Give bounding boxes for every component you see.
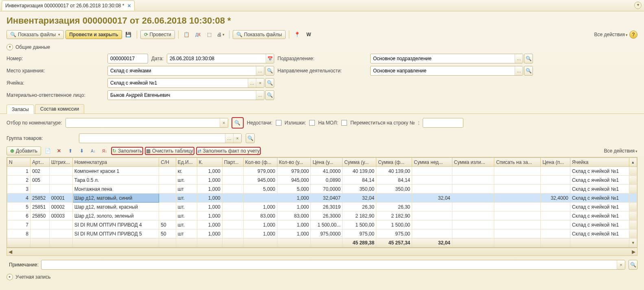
cell-sf[interactable]: 26,30	[376, 203, 412, 212]
col-header[interactable]: Арт...	[31, 158, 50, 167]
cell-qf[interactable]: 979,000	[243, 167, 277, 176]
cell-cell[interactable]: Склад с ячейкой №1	[570, 185, 629, 194]
col-header[interactable]: Ед.И...	[176, 158, 197, 167]
col-header[interactable]: Сумма изли...	[452, 158, 494, 167]
col-header[interactable]: Сумма (у...	[343, 158, 376, 167]
debit-credit-icon[interactable]: ДК	[193, 30, 203, 39]
cell-nom[interactable]: Монтажная пена	[72, 185, 159, 194]
cell-pu[interactable]: 26,3000	[311, 212, 343, 220]
cell-pp[interactable]	[541, 229, 570, 238]
cell-n[interactable]: 7	[7, 220, 31, 229]
cell-unit[interactable]: шт.	[176, 203, 197, 212]
cell-n[interactable]: 4	[7, 194, 31, 203]
cell-sn[interactable]	[159, 185, 176, 194]
cell-art[interactable]: 002	[31, 167, 50, 176]
search-icon[interactable]: 🔍	[233, 118, 242, 127]
cell-snd[interactable]	[412, 229, 452, 238]
date-input[interactable]	[167, 54, 266, 63]
cell-sn[interactable]	[159, 194, 176, 203]
cell-pp[interactable]	[541, 212, 570, 220]
cell-nom[interactable]: SI DI RUM ОПТИЧ ПРИВОД 5	[72, 229, 159, 238]
cell-cell[interactable]: Склад с ячейкой №1	[570, 220, 629, 229]
cell-cell[interactable]: Склад с ячейкой №1	[570, 194, 629, 203]
cell-bar[interactable]: 00002	[49, 203, 72, 212]
cell-cell[interactable]: Склад с ячейкой №1	[570, 176, 629, 185]
cell-bar[interactable]: 00003	[49, 212, 72, 220]
cell-su[interactable]: 26,30	[343, 203, 376, 212]
table-row[interactable]: 1002Компонент краски 1кг.1,000979,000979…	[7, 167, 637, 176]
col-header[interactable]: С/Н	[159, 158, 176, 167]
cell-k[interactable]: 1,000	[197, 176, 222, 185]
select-icon[interactable]: …	[515, 54, 523, 63]
account-section-header[interactable]: ▸ Учетная запись	[0, 272, 644, 282]
note-input[interactable]	[41, 260, 617, 269]
col-header[interactable]: Сумма нед...	[412, 158, 452, 167]
cell-unit[interactable]: шт	[176, 185, 197, 194]
cell-qu[interactable]: 979,000	[277, 167, 311, 176]
cell-qu[interactable]: 1,000	[277, 194, 311, 203]
cell-su[interactable]: 32,04	[343, 194, 376, 203]
col-header[interactable]: N	[7, 158, 31, 167]
lookup-icon[interactable]: 🔍	[629, 260, 637, 270]
cell-unit[interactable]: кг.	[176, 167, 197, 176]
all-actions-dropdown[interactable]: Все действия	[594, 32, 628, 37]
select-icon[interactable]: …	[225, 134, 233, 143]
cell-nom[interactable]: SI DI RUM ОПТИЧ ПРИВОД 4	[72, 220, 159, 229]
col-header[interactable]: Штрих...	[49, 158, 72, 167]
table-row[interactable]: 7SI DI RUM ОПТИЧ ПРИВОД 450шт.1,0001,000…	[7, 220, 637, 229]
cell-qu[interactable]: 945,000	[277, 176, 311, 185]
clear-icon[interactable]: ×	[233, 134, 241, 143]
table-row[interactable]: 42585200001Шар д12, матовый, синийшт.1,0…	[7, 194, 637, 203]
shortage-checkbox[interactable]	[276, 120, 282, 126]
expand-toggle-icon[interactable]: ▸	[7, 274, 13, 280]
cell-pp[interactable]	[541, 220, 570, 229]
cell-n[interactable]: 6	[7, 212, 31, 220]
cell-ssur[interactable]	[452, 220, 494, 229]
cell-wo[interactable]	[494, 185, 541, 194]
storage-input[interactable]	[108, 66, 256, 75]
cell-qu[interactable]: 1,000	[277, 229, 311, 238]
cell-n[interactable]: 5	[7, 203, 31, 212]
cell-pu[interactable]: 26,3019	[311, 203, 343, 212]
cell-k[interactable]: 1,000	[197, 185, 222, 194]
fill-fact-button[interactable]: ⇄Заполнить факт по учету	[196, 147, 261, 155]
cell-su[interactable]: 350,00	[343, 185, 376, 194]
col-header[interactable]: Номенклатура	[72, 158, 159, 167]
cell-pu[interactable]: 32,0407	[311, 194, 343, 203]
lookup-icon[interactable]: 🔍	[246, 133, 255, 143]
add-button[interactable]: ⊕Добавить	[7, 146, 41, 155]
cell-par[interactable]	[222, 229, 243, 238]
direction-input[interactable]	[371, 66, 515, 75]
cell-unit[interactable]: шт.	[176, 212, 197, 220]
cell-su[interactable]: 975,00	[343, 229, 376, 238]
cell-sn[interactable]: 50	[159, 220, 176, 229]
cell-snd[interactable]	[412, 212, 452, 220]
cell-wo[interactable]	[494, 176, 541, 185]
cell-snd[interactable]	[412, 203, 452, 212]
cell-sf[interactable]: 84,14	[376, 176, 412, 185]
cell-par[interactable]	[222, 176, 243, 185]
surplus-checkbox[interactable]	[309, 120, 315, 126]
cell-cell[interactable]: Склад с ячейкой №1	[570, 167, 629, 176]
cell-cell[interactable]: Склад с ячейкой №1	[570, 203, 629, 212]
move-up-icon[interactable]: ⬆	[65, 146, 75, 155]
icon-1[interactable]: 📋	[182, 30, 192, 39]
cell-sf[interactable]: 1 500,00	[376, 220, 412, 229]
clear-table-button[interactable]: ▦Очистить таблицу	[145, 147, 194, 155]
cell-qf[interactable]: 1,000	[243, 220, 277, 229]
cell-ssur[interactable]	[452, 194, 494, 203]
cell-ssur[interactable]	[452, 176, 494, 185]
cell-art[interactable]: 25852	[31, 194, 50, 203]
copy-icon[interactable]: 📄	[43, 146, 52, 155]
select-icon[interactable]: …	[248, 78, 256, 87]
horizontal-scrollbar[interactable]: ◀▶	[7, 248, 637, 256]
cell-k[interactable]: 1,000	[197, 220, 222, 229]
cell-qu[interactable]: 83,000	[277, 212, 311, 220]
cell-n[interactable]: 1	[7, 167, 31, 176]
cell-n[interactable]: 8	[7, 229, 31, 238]
close-icon[interactable]: ×	[128, 2, 131, 9]
cell-snd[interactable]	[412, 185, 452, 194]
col-header[interactable]: Кол-во (у...	[277, 158, 311, 167]
cell-sf[interactable]: 350,00	[376, 185, 412, 194]
clear-icon[interactable]: ×	[220, 118, 228, 127]
